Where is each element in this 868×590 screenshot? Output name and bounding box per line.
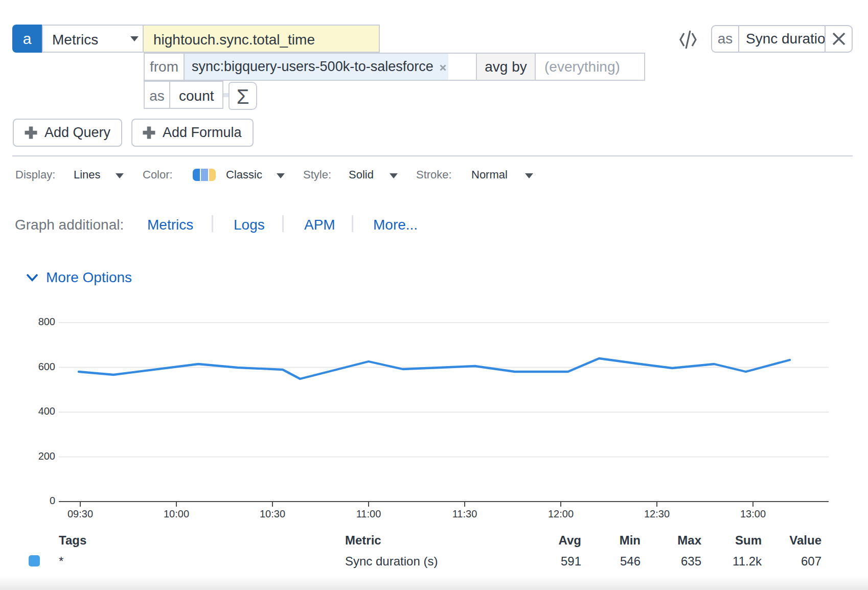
svg-text:600: 600: [38, 361, 55, 372]
svg-text:11:30: 11:30: [452, 508, 477, 519]
svg-text:13:00: 13:00: [740, 508, 766, 519]
svg-text:800: 800: [38, 316, 55, 327]
svg-text:0: 0: [50, 495, 55, 506]
svg-text:09:30: 09:30: [67, 508, 93, 519]
svg-text:11:00: 11:00: [356, 508, 381, 519]
svg-text:10:00: 10:00: [164, 508, 189, 519]
svg-text:12:30: 12:30: [644, 508, 670, 519]
svg-text:400: 400: [38, 405, 55, 417]
svg-text:12:00: 12:00: [548, 508, 574, 519]
svg-text:200: 200: [38, 450, 55, 462]
svg-text:10:30: 10:30: [260, 508, 285, 519]
